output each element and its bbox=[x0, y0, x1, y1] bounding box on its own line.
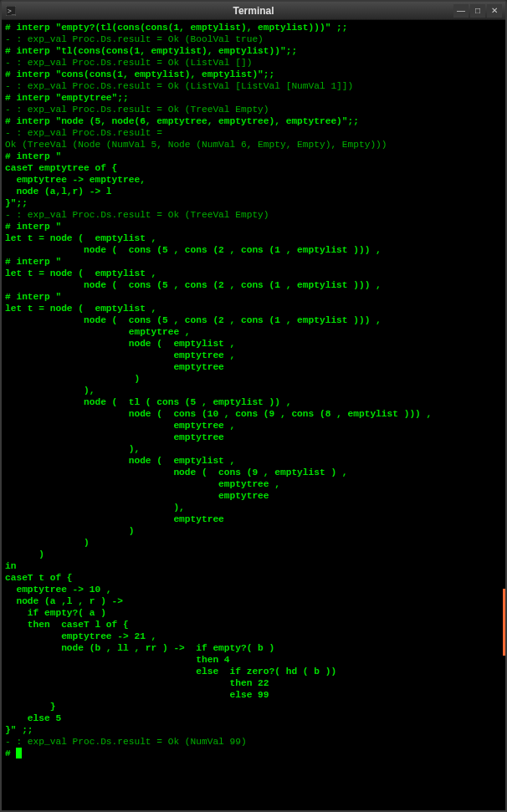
terminal-line: emptytree -> emptytree, bbox=[5, 174, 502, 186]
terminal-line: emptytree , bbox=[5, 478, 502, 490]
cursor bbox=[16, 748, 22, 758]
terminal-line: # interp " bbox=[5, 151, 502, 162]
terminal-line: if empty?( a ) bbox=[5, 607, 502, 619]
terminal-line: # interp "cons(cons(1, emptylist), empty… bbox=[5, 69, 502, 80]
terminal-line: emptytree -> 10 , bbox=[5, 584, 502, 595]
terminal-line: then 4 bbox=[5, 654, 502, 666]
terminal-line: - : exp_val Proc.Ds.result = Ok (NumVal … bbox=[5, 736, 502, 748]
titlebar: >_ Terminal — □ ✕ bbox=[2, 2, 505, 20]
terminal-line: node ( cons (5 , cons (2 , cons (1 , emp… bbox=[5, 314, 502, 326]
terminal-line: }";; bbox=[5, 197, 502, 209]
terminal-line: else if zero?( hd ( b )) bbox=[5, 666, 502, 677]
terminal-line: # interp "tl(cons(cons(1, emptylist), em… bbox=[5, 45, 502, 57]
terminal-line: ) bbox=[5, 537, 502, 549]
terminal-line: let t = node ( emptylist , bbox=[5, 303, 502, 314]
terminal-line: - : exp_val Proc.Ds.result = Ok (TreeVal… bbox=[5, 209, 502, 221]
terminal-line: emptytree , bbox=[5, 420, 502, 432]
terminal-line: node ( cons (9 , emptylist ) , bbox=[5, 467, 502, 478]
terminal-line: # interp " bbox=[5, 291, 502, 303]
terminal-line: - : exp_val Proc.Ds.result = Ok (ListVal… bbox=[5, 57, 502, 69]
scroll-indicator[interactable] bbox=[503, 589, 505, 656]
terminal-line: # bbox=[5, 748, 502, 759]
maximize-button[interactable]: □ bbox=[470, 4, 485, 18]
terminal-line: then 22 bbox=[5, 677, 502, 689]
terminal-window: >_ Terminal — □ ✕ # interp "empty?(tl(co… bbox=[0, 0, 507, 812]
terminal-line: # interp " bbox=[5, 256, 502, 268]
terminal-line: ) bbox=[5, 549, 502, 560]
svg-text:>_: >_ bbox=[8, 8, 16, 15]
terminal-line: node (b , ll , rr ) -> if empty?( b ) bbox=[5, 642, 502, 654]
terminal-line: let t = node ( emptylist , bbox=[5, 268, 502, 279]
terminal-line: emptytree bbox=[5, 432, 502, 443]
terminal-line: - : exp_val Proc.Ds.result = Ok (ListVal… bbox=[5, 80, 502, 92]
terminal-line: ), bbox=[5, 502, 502, 513]
terminal-line: ) bbox=[5, 525, 502, 537]
terminal-line: - : exp_val Proc.Ds.result = Ok (TreeVal… bbox=[5, 104, 502, 115]
terminal-line: caseT t of { bbox=[5, 572, 502, 584]
terminal-line: emptytree -> 21 , bbox=[5, 631, 502, 642]
terminal-line: in bbox=[5, 560, 502, 572]
terminal-line: node ( cons (10 , cons (9 , cons (8 , em… bbox=[5, 408, 502, 420]
terminal-line: else 5 bbox=[5, 712, 502, 724]
terminal-line: # interp "node (5, node(6, emptytree, em… bbox=[5, 115, 502, 127]
terminal-line: Ok (TreeVal (Node (NumVal 5, Node (NumVa… bbox=[5, 139, 502, 151]
terminal-line: emptytree , bbox=[5, 326, 502, 338]
terminal-line: node ( emptylist , bbox=[5, 455, 502, 467]
terminal-line: let t = node ( emptylist , bbox=[5, 232, 502, 244]
terminal-line: - : exp_val Proc.Ds.result = Ok (BoolVal… bbox=[5, 33, 502, 45]
terminal-line: ), bbox=[5, 443, 502, 455]
terminal-line: # interp "empty?(tl(cons(cons(1, emptyli… bbox=[5, 22, 502, 33]
terminal-line: node ( cons (5 , cons (2 , cons (1 , emp… bbox=[5, 279, 502, 291]
terminal-line: # interp " bbox=[5, 221, 502, 232]
window-title: Terminal bbox=[233, 5, 274, 17]
terminal-line: } bbox=[5, 701, 502, 712]
terminal-line: then caseT l of { bbox=[5, 619, 502, 631]
terminal-line: else 99 bbox=[5, 689, 502, 701]
window-controls: — □ ✕ bbox=[453, 4, 502, 18]
terminal-content: # interp "empty?(tl(cons(cons(1, emptyli… bbox=[5, 22, 502, 759]
terminal-line: node (a,l,r) -> l bbox=[5, 186, 502, 197]
close-button[interactable]: ✕ bbox=[487, 4, 502, 18]
terminal-line: node ( emptylist , bbox=[5, 338, 502, 350]
terminal-line: }" ;; bbox=[5, 724, 502, 736]
terminal-line: node ( tl ( cons (5 , emptylist )) , bbox=[5, 396, 502, 408]
terminal-line: - : exp_val Proc.Ds.result = bbox=[5, 127, 502, 139]
minimize-button[interactable]: — bbox=[453, 4, 469, 18]
terminal-line: ) bbox=[5, 373, 502, 385]
terminal-line: # interp "emptytree";; bbox=[5, 92, 502, 104]
terminal-line: caseT emptytree of { bbox=[5, 162, 502, 174]
terminal-line: node (a ,l , r ) -> bbox=[5, 595, 502, 607]
terminal-icon: >_ bbox=[5, 5, 17, 17]
terminal-body[interactable]: # interp "empty?(tl(cons(cons(1, emptyli… bbox=[2, 20, 505, 810]
terminal-line: emptytree , bbox=[5, 350, 502, 361]
terminal-line: emptytree bbox=[5, 490, 502, 502]
terminal-line: emptytree bbox=[5, 513, 502, 525]
terminal-line: emptytree bbox=[5, 361, 502, 373]
terminal-line: node ( cons (5 , cons (2 , cons (1 , emp… bbox=[5, 244, 502, 256]
terminal-line: ), bbox=[5, 385, 502, 396]
